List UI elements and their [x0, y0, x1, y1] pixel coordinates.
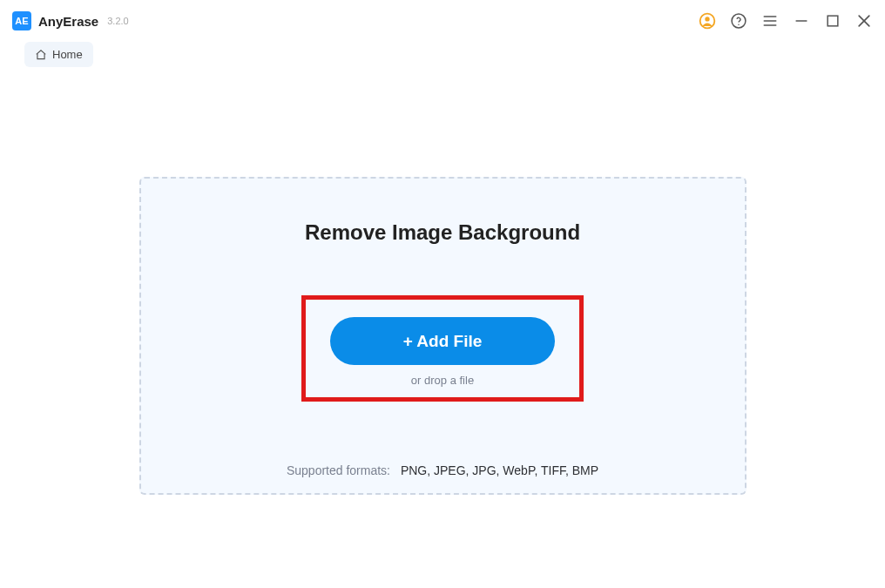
- home-label: Home: [52, 48, 83, 61]
- formats-list: PNG, JPEG, JPG, WebP, TIFF, BMP: [401, 463, 598, 477]
- drop-hint: or drop a file: [411, 374, 474, 387]
- highlight-annotation: + Add File or drop a file: [301, 295, 584, 402]
- svg-rect-8: [828, 16, 838, 26]
- titlebar-right: [699, 12, 873, 30]
- svg-point-3: [738, 24, 740, 24]
- titlebar-left: AE AnyErase 3.2.0: [12, 11, 129, 30]
- add-file-button[interactable]: + Add File: [330, 317, 555, 365]
- formats-label: Supported formats:: [287, 463, 390, 477]
- svg-point-1: [705, 17, 709, 21]
- main-area: Remove Image Background + Add File or dr…: [0, 76, 885, 495]
- maximize-icon[interactable]: [824, 12, 841, 30]
- svg-point-2: [732, 14, 746, 28]
- help-icon[interactable]: [730, 12, 747, 30]
- breadcrumb-bar: Home: [0, 38, 885, 76]
- panel-title: Remove Image Background: [305, 220, 580, 245]
- supported-formats: Supported formats: PNG, JPEG, JPG, WebP,…: [141, 463, 745, 477]
- menu-icon[interactable]: [761, 12, 779, 30]
- app-logo: AE: [12, 11, 31, 30]
- drop-panel[interactable]: Remove Image Background + Add File or dr…: [139, 177, 747, 495]
- account-icon[interactable]: [699, 12, 716, 30]
- close-icon[interactable]: [855, 12, 873, 30]
- home-icon: [35, 49, 47, 61]
- app-version: 3.2.0: [107, 16, 128, 26]
- titlebar: AE AnyErase 3.2.0: [0, 0, 885, 38]
- home-button[interactable]: Home: [24, 42, 93, 67]
- minimize-icon[interactable]: [793, 12, 810, 30]
- app-name: AnyErase: [38, 14, 98, 29]
